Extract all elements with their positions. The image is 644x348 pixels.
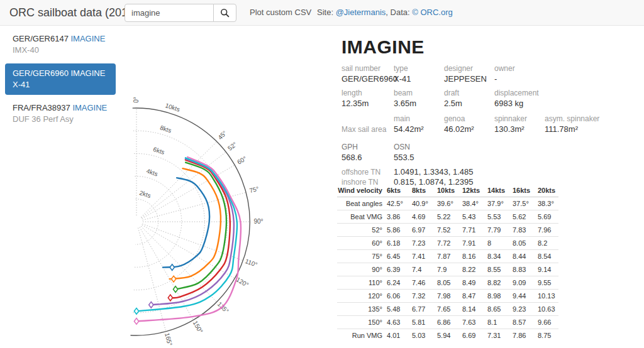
table-row: Beat VMG3.864.695.225.435.535.625.69 bbox=[337, 210, 558, 224]
table-row: 75°6.457.417.878.168.348.448.54 bbox=[337, 250, 558, 263]
run-vmg-marker-8kts bbox=[172, 276, 176, 282]
wind-table-header-cell: 6kts bbox=[382, 184, 408, 197]
spec-label: length bbox=[341, 89, 394, 98]
angle-tick-label: 75° bbox=[248, 185, 259, 195]
boat-list-item[interactable]: GER/GER6960 IMAGINEX-41 bbox=[5, 63, 116, 95]
wind-table-cell: 8.22 bbox=[458, 263, 483, 276]
page-title: IMAGINE bbox=[341, 36, 637, 58]
wind-table-row-label: Beat VMG bbox=[337, 210, 382, 224]
wind-table-cell: 8.98 bbox=[483, 290, 508, 303]
wind-table-row-label: 135° bbox=[337, 303, 382, 316]
angle-tick-label: 110° bbox=[244, 258, 258, 268]
wind-table-cell: 5.62 bbox=[508, 210, 533, 224]
wind-table-cell: 9.23 bbox=[508, 303, 533, 316]
polar-grid-spoke bbox=[143, 192, 247, 220]
spec-label: type bbox=[394, 64, 444, 73]
wind-table-cell: 7.79 bbox=[483, 224, 508, 237]
wind-table-cell: 7.9 bbox=[433, 263, 458, 276]
osn-label: OSN bbox=[394, 143, 637, 152]
wind-table-cell: 6.24 bbox=[382, 276, 408, 290]
table-row: 60°6.187.237.727.9188.058.2 bbox=[337, 237, 558, 250]
spec-label: owner bbox=[494, 64, 545, 73]
run-vmg-marker-14kts bbox=[149, 302, 153, 308]
angle-tick-label: 45° bbox=[216, 129, 228, 141]
wind-table-row-label: Run VMG bbox=[337, 329, 382, 342]
search-button[interactable] bbox=[213, 4, 236, 22]
wind-table-cell: 9.66 bbox=[533, 316, 558, 329]
polar-curve-20kts bbox=[136, 157, 241, 321]
run-vmg-marker-12kts bbox=[168, 295, 172, 301]
table-row: 150°4.635.816.867.638.18.579.66 bbox=[337, 316, 558, 329]
offshore-tn-label: offshore TN bbox=[341, 167, 394, 177]
table-row: Run VMG4.015.035.946.697.317.868.75 bbox=[337, 329, 558, 342]
wind-table-cell: 8.34 bbox=[483, 250, 508, 263]
spec-label: beam bbox=[394, 89, 444, 98]
wind-table-cell: 9.44 bbox=[508, 290, 533, 303]
wind-table-cell: 7.4 bbox=[408, 263, 433, 276]
polar-grid-spoke bbox=[142, 224, 243, 260]
navbar: ORC sailboat data (2019) Plot custom CSV… bbox=[0, 0, 644, 26]
wind-table-row-label: 52° bbox=[337, 224, 382, 237]
spec-value: 54.42m² bbox=[394, 124, 444, 135]
boat-type: X-41 bbox=[13, 79, 108, 90]
run-vmg-marker-16kts bbox=[134, 308, 138, 315]
polar-grid-spoke bbox=[141, 141, 217, 217]
site-author-link[interactable]: @Jietermanis bbox=[336, 8, 386, 17]
radial-tick-label: 8kts bbox=[159, 124, 172, 134]
wind-table-row-label: 75° bbox=[337, 250, 382, 263]
boat-sail-number: FRA/FRA38937 bbox=[13, 103, 70, 112]
wind-table-header-cell: 20kts bbox=[533, 184, 558, 197]
radial-tick-label: 4kts bbox=[145, 168, 158, 178]
wind-table-cell: 5.69 bbox=[533, 210, 558, 224]
wind-table-cell: 8.05 bbox=[433, 276, 458, 290]
spec-value: 12.35m bbox=[341, 98, 394, 109]
angle-tick-label: 165° bbox=[164, 332, 174, 347]
spec-label: main bbox=[394, 114, 444, 124]
wind-table-cell: 6.45 bbox=[382, 250, 408, 263]
spec-value: 111.78m² bbox=[545, 124, 637, 135]
search-input[interactable] bbox=[125, 4, 214, 22]
wind-table-cell: 8.75 bbox=[533, 329, 558, 342]
wind-table-cell: 40.9° bbox=[408, 197, 433, 210]
boat-list-item[interactable]: FRA/FRA38937 IMAGINEDUF 36 Perf Asy bbox=[5, 98, 116, 129]
plot-custom-csv-link[interactable]: Plot custom CSV bbox=[250, 0, 311, 25]
boat-name: IMAGINE bbox=[71, 34, 106, 43]
boat-list-item[interactable]: GER/GER6147 IMAGINEIMX-40 bbox=[5, 29, 116, 60]
polar-curve-16kts bbox=[136, 158, 237, 311]
polar-curve-6kts bbox=[163, 178, 209, 268]
data-label: , Data: bbox=[386, 8, 412, 17]
spec-value: GER/GER6960 bbox=[341, 73, 394, 85]
wind-table-cell: 7.46 bbox=[408, 276, 433, 290]
spec-label: sail number bbox=[341, 64, 394, 73]
wind-table-cell: 5.94 bbox=[433, 329, 458, 342]
table-row: 135°5.486.777.658.148.659.2310.63 bbox=[337, 303, 558, 316]
wind-table-cell: 7.31 bbox=[483, 329, 508, 342]
wind-table-cell: 9.14 bbox=[533, 263, 558, 276]
spec-row-dimensions: length beam draft displacement 12.35m 3.… bbox=[341, 89, 637, 109]
polar-grid-ring bbox=[134, 177, 182, 268]
polar-grid-ring bbox=[133, 153, 204, 290]
spec-label: spinnaker bbox=[494, 114, 545, 124]
wind-table-cell: 8.05 bbox=[508, 237, 533, 250]
wind-table-cell: 38.3° bbox=[533, 197, 558, 210]
boat-name: IMAGINE bbox=[71, 68, 106, 78]
wind-table-cell: 7.65 bbox=[433, 303, 458, 316]
boat-details-panel: IMAGINE sail number type designer owner … bbox=[341, 36, 637, 187]
spec-value: 3.65m bbox=[394, 98, 444, 109]
angle-tick-label: 135° bbox=[216, 300, 230, 314]
wind-table-cell: 5.43 bbox=[458, 210, 483, 224]
table-row: 90°6.397.47.98.228.558.839.14 bbox=[337, 263, 558, 276]
orc-link[interactable]: © ORC.org bbox=[412, 8, 452, 17]
wind-table-cell: 3.86 bbox=[382, 210, 408, 224]
offshore-tn-value: 1.0491, 1.3343, 1.485 bbox=[394, 167, 637, 177]
wind-table-cell: 6.86 bbox=[433, 316, 458, 329]
wind-table-cell: 5.81 bbox=[408, 316, 433, 329]
wind-table-row-label: 90° bbox=[337, 263, 382, 276]
wind-table-cell: 8.49 bbox=[458, 276, 483, 290]
wind-table-cell: 7.41 bbox=[408, 250, 433, 263]
wind-table-header-cell: 8kts bbox=[408, 184, 433, 197]
run-vmg-marker-6kts bbox=[170, 264, 174, 271]
osn-value: 553.5 bbox=[394, 152, 637, 163]
wind-table-header-cell: 12kts bbox=[458, 184, 483, 197]
wind-velocity-table: Wind velocity6kts8kts10kts12kts14kts16kt… bbox=[337, 184, 558, 342]
